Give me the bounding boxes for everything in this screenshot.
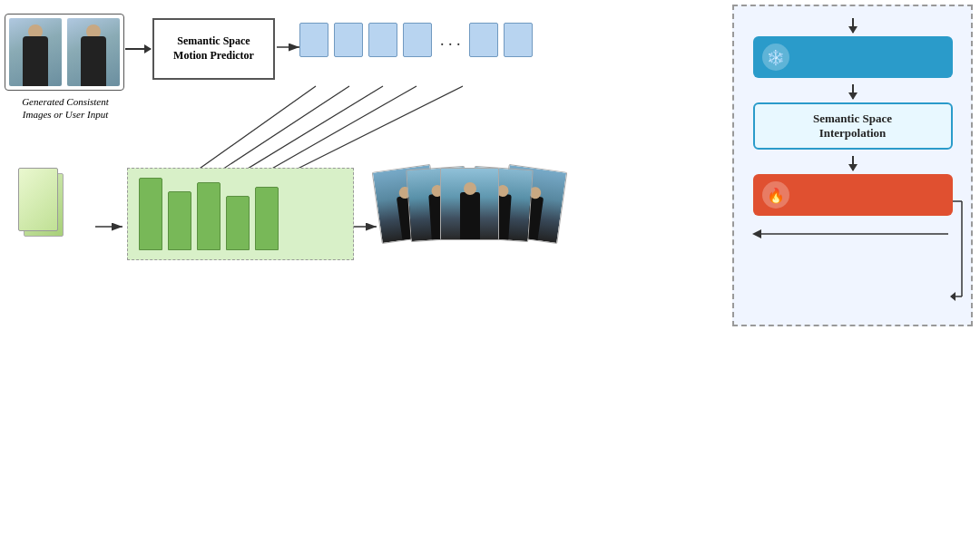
svg-marker-14 [950, 292, 956, 301]
vid-figure-3 [460, 192, 480, 239]
diff-bar-5 [255, 187, 279, 250]
mp-arrow-1 [852, 18, 854, 33]
ctrl-frame-dots: . . . [440, 32, 461, 48]
photo-figure-1 [23, 36, 48, 86]
photo-figure-2 [81, 36, 106, 86]
ctrl-frame-1 [299, 23, 328, 57]
control-frames-row: . . . [299, 23, 533, 57]
diff-bar-4 [226, 196, 250, 250]
diagram-area: . . . Generated ConsistentImages or User… [0, 0, 980, 354]
vid-bg-3 [441, 169, 498, 239]
ctrl-frame-6 [504, 23, 533, 57]
ssi-block: Semantic SpaceInterpolation [753, 102, 953, 150]
motion-predictor-box: Semantic SpaceMotion Predictor [152, 18, 275, 80]
ctrl-frame-4 [403, 23, 432, 57]
xt-box-wrapper [18, 168, 64, 236]
diff-bar-1 [139, 178, 162, 250]
ctrl-frame-3 [368, 23, 397, 57]
arrow-to-mp-head [144, 44, 152, 53]
consistent-videos-container [377, 168, 612, 191]
caption-area [0, 354, 980, 372]
ctrl-frame-5 [469, 23, 498, 57]
transformer-block-wrapper: 🔥 [753, 174, 953, 216]
vid-frame-3 [440, 168, 499, 240]
mp-arrow-3 [852, 156, 854, 170]
input-label: Generated ConsistentImages or User Input [2, 95, 129, 121]
snowflake-icon: ❄️ [762, 44, 789, 71]
tvdm-bars [127, 168, 354, 260]
svg-marker-16 [752, 229, 761, 238]
arrow-to-mp [125, 48, 151, 50]
xt-box [18, 168, 58, 231]
feedback-arrow-svg [939, 197, 966, 306]
diff-bar-3 [197, 182, 220, 250]
photo-1 [9, 18, 62, 86]
mp-bottom-arrow [749, 225, 957, 243]
photo-2 [67, 18, 120, 86]
mp-arrow-2 [852, 84, 854, 99]
input-images-box [5, 14, 124, 91]
tvdm-container [127, 168, 354, 282]
right-panel: ❄️ Semantic SpaceInterpolation 🔥 [732, 5, 973, 326]
transformer-block: 🔥 [753, 174, 953, 216]
ctrl-frame-2 [334, 23, 363, 57]
xt-container [18, 168, 64, 239]
ssi-label: Semantic SpaceInterpolation [813, 112, 892, 140]
diff-bar-2 [168, 191, 191, 250]
vid-head-3 [464, 182, 476, 195]
image-encoder-block: ❄️ [753, 36, 953, 78]
fire-icon: 🔥 [762, 181, 789, 209]
